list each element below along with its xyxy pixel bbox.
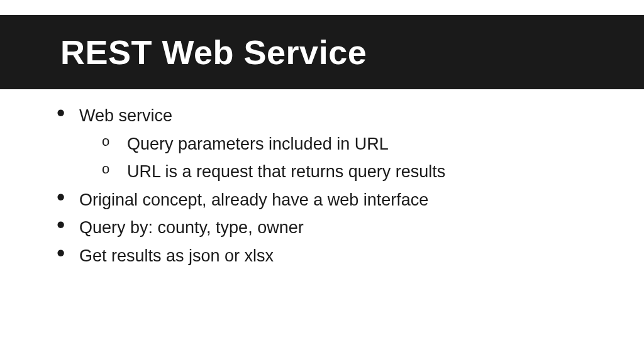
list-item: Query by: county, type, owner [57, 214, 606, 242]
slide-content: Web service Query parameters included in… [0, 89, 644, 270]
sub-bullet-text: Query parameters included in URL [127, 134, 389, 153]
bullet-text: Original concept, already have a web int… [79, 190, 428, 209]
list-item: Get results as json or xlsx [57, 242, 606, 270]
bullet-text: Query by: county, type, owner [79, 218, 304, 237]
sub-bullet-list: Query parameters included in URL URL is … [79, 130, 606, 186]
title-bar: REST Web Service [0, 15, 644, 89]
bullet-text: Web service [79, 106, 172, 125]
sub-bullet-text: URL is a request that returns query resu… [127, 162, 445, 181]
slide-title: REST Web Service [60, 33, 644, 72]
list-item: URL is a request that returns query resu… [102, 158, 606, 186]
bullet-list: Web service Query parameters included in… [38, 102, 606, 270]
bullet-text: Get results as json or xlsx [79, 246, 274, 265]
list-item: Web service Query parameters included in… [57, 102, 606, 186]
list-item: Original concept, already have a web int… [57, 186, 606, 214]
list-item: Query parameters included in URL [102, 130, 606, 158]
